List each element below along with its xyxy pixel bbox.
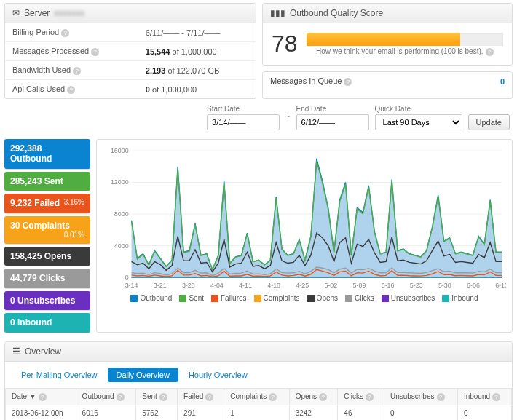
svg-text:3-28: 3-28	[182, 282, 195, 289]
svg-text:4-25: 4-25	[296, 282, 309, 289]
bars-icon: ▮▮▮	[270, 8, 285, 18]
quality-caption: How we think your email is performing (1…	[316, 47, 484, 55]
quick-date-select[interactable]: Last 90 Days	[375, 114, 462, 130]
svg-text:5-02: 5-02	[324, 282, 337, 289]
chart-svg: 04000800012000160003-143-213-284-044-114…	[103, 146, 506, 291]
quality-bar	[307, 33, 503, 46]
server-panel: ✉ Server xxxxxxx Billing Period?6/11/—— …	[4, 3, 256, 99]
legend-item[interactable]: Clicks	[345, 294, 374, 302]
cell: 6016	[76, 405, 136, 420]
svg-text:4-18: 4-18	[267, 282, 280, 289]
legend-item[interactable]: Complaints	[254, 294, 300, 302]
help-icon[interactable]: ?	[159, 393, 167, 401]
start-date-input[interactable]	[207, 114, 280, 130]
svg-text:0: 0	[125, 274, 129, 281]
col-header[interactable]: Inbound?	[457, 388, 511, 405]
overview-tabs: Per-Mailing OverviewDaily OverviewHourly…	[5, 362, 512, 388]
server-name-redacted: xxxxxxx	[54, 8, 84, 18]
legend-item[interactable]: Failures	[211, 294, 247, 302]
help-icon[interactable]: ?	[486, 48, 494, 56]
svg-text:5-09: 5-09	[353, 282, 366, 289]
svg-text:3-14: 3-14	[125, 282, 138, 289]
stat-value: 2.193 of 122.070 GB	[138, 61, 256, 80]
svg-text:3-21: 3-21	[154, 282, 167, 289]
legend-item[interactable]: Opens	[307, 294, 338, 302]
stat-value: 6/11/—— - 7/11/——	[138, 23, 256, 42]
help-icon[interactable]: ?	[39, 393, 47, 401]
cell: 5762	[136, 405, 178, 420]
stat-label: Messages Processed?	[5, 42, 138, 61]
svg-text:12000: 12000	[111, 179, 129, 186]
overview-header: ☰ Overview	[5, 342, 512, 362]
cell: 1	[224, 405, 289, 420]
cell: 46	[338, 405, 384, 420]
tilde: ~	[285, 112, 290, 124]
stats-sidebar: 292,388 Outbound285,243 Sent9,232 Failed…	[4, 139, 90, 333]
tab-daily-overview[interactable]: Daily Overview	[108, 368, 178, 382]
help-icon[interactable]: ?	[205, 393, 213, 401]
list-icon: ☰	[12, 346, 20, 357]
help-icon[interactable]: ?	[492, 393, 500, 401]
col-header[interactable]: Clicks?	[338, 388, 384, 405]
quick-date-label: Quick Date	[375, 105, 462, 113]
svg-text:5-30: 5-30	[438, 282, 451, 289]
stat-value: 15,544 of 1,000,000	[138, 42, 256, 61]
help-icon[interactable]: ?	[319, 393, 327, 401]
help-icon[interactable]: ?	[437, 393, 445, 401]
help-icon[interactable]: ?	[117, 393, 125, 401]
queue-title: Messages In Queue	[270, 76, 342, 85]
cell: 2013-06-12 00h	[6, 405, 76, 420]
svg-text:4000: 4000	[114, 242, 129, 250]
help-icon[interactable]: ?	[269, 393, 277, 401]
date-controls: Start Date ~ End Date Quick DateLast 90 …	[0, 102, 517, 136]
help-icon[interactable]: ?	[344, 78, 352, 86]
col-header[interactable]: Opens?	[289, 388, 338, 405]
tab-hourly-overview[interactable]: Hourly Overview	[180, 368, 256, 382]
queue-value: 0	[500, 77, 505, 86]
svg-text:8000: 8000	[114, 210, 129, 218]
svg-text:6-06: 6-06	[467, 282, 480, 289]
stat-failed[interactable]: 9,232 Failed3.16%	[4, 194, 90, 213]
help-icon[interactable]: ?	[61, 29, 69, 37]
update-button[interactable]: Update	[468, 114, 510, 130]
help-icon[interactable]: ?	[91, 48, 99, 56]
legend-item[interactable]: Sent	[179, 294, 204, 302]
stat-label: Api Calls Used?	[5, 80, 138, 99]
quality-title: Outbound Quality Score	[290, 8, 383, 18]
quality-panel: ▮▮▮ Outbound Quality Score 78 How we thi…	[262, 3, 513, 66]
server-stats-table: Billing Period?6/11/—— - 7/11/——Messages…	[5, 23, 256, 98]
svg-text:4-04: 4-04	[210, 282, 224, 289]
col-header[interactable]: Outbound?	[76, 388, 136, 405]
stat-complaints[interactable]: 30 Complaints0.01%	[4, 216, 90, 244]
stat-unsubscribes[interactable]: 0 Unsubscribes	[4, 291, 90, 310]
cell: 0	[457, 405, 511, 420]
stat-inbound[interactable]: 0 Inbound	[4, 313, 90, 332]
cell: 0	[384, 405, 457, 420]
stat-outbound[interactable]: 292,388 Outbound	[4, 139, 90, 169]
start-date-label: Start Date	[207, 105, 280, 113]
quality-score: 78	[272, 31, 298, 58]
legend-item[interactable]: Inbound	[442, 294, 478, 302]
overview-title: Overview	[25, 346, 61, 357]
svg-text:6-13: 6-13	[495, 282, 506, 289]
tab-per-mailing-overview[interactable]: Per-Mailing Overview	[12, 368, 106, 382]
help-icon[interactable]: ?	[366, 393, 374, 401]
legend-item[interactable]: Unsubscribes	[382, 294, 435, 302]
col-header[interactable]: Unsubscribes?	[384, 388, 457, 405]
col-header[interactable]: Sent?	[136, 388, 178, 405]
col-header[interactable]: Failed?	[178, 388, 224, 405]
legend-item[interactable]: Outbound	[130, 294, 172, 302]
end-date-input[interactable]	[296, 114, 369, 130]
stat-label: Billing Period?	[5, 23, 138, 42]
quality-header: ▮▮▮ Outbound Quality Score	[263, 4, 512, 23]
stat-clicks[interactable]: 44,779 Clicks	[4, 269, 90, 288]
stat-sent[interactable]: 285,243 Sent	[4, 172, 90, 191]
col-header[interactable]: Complaints?	[224, 388, 289, 405]
help-icon[interactable]: ?	[67, 86, 75, 94]
chart-panel: 04000800012000160003-143-213-284-044-114…	[96, 139, 513, 333]
cell: 3242	[289, 405, 338, 420]
stat-value: 0 of 1,000,000	[138, 80, 256, 99]
col-header[interactable]: Date ▼?	[6, 388, 76, 405]
help-icon[interactable]: ?	[73, 67, 81, 75]
stat-opens[interactable]: 158,425 Opens	[4, 247, 90, 266]
